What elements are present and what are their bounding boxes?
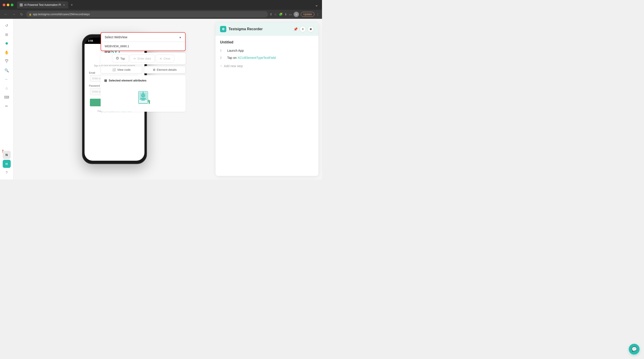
enter-data-button[interactable]: ✏ Enter data [130,55,155,63]
user-avatar: U [294,12,299,17]
email-label: Email [89,71,95,74]
add-step-label: Add new step [224,64,243,68]
password-label: Password [89,84,100,87]
clear-label: Clear [164,57,170,60]
download-button[interactable]: ⬇ [284,13,287,16]
sidebar-pen-icon[interactable]: ✏ [3,102,11,110]
sidebar-home-icon[interactable]: ⌂ [3,84,11,92]
sidebar-help-icon[interactable]: ? [3,169,11,177]
bookmark-button[interactable]: ☆ [274,13,277,16]
recorder-actions: 📌 ⏸ ⏹ [294,26,314,32]
svg-point-4 [141,94,145,97]
svg-point-8 [143,92,144,93]
tab-title: AI Powered Test Automation Pl [24,3,61,7]
browser-chrome: T AI Powered Test Automation Pl ✕ + ⌄ [0,0,322,10]
step-1-text: Launch App [227,49,244,52]
back-button[interactable]: ← [3,12,9,17]
close-dot[interactable] [3,4,5,6]
forward-button[interactable]: → [11,12,17,17]
new-tab-button[interactable]: + [69,2,75,8]
add-step-icon: + [220,64,222,68]
active-tab[interactable]: T AI Powered Test Automation Pl ✕ [17,1,68,9]
secondary-actions: ⬜ View code ⊞ Element details [100,66,186,73]
element-illustration [104,86,182,108]
navigation-bar: ← → ↻ 🔒 app.testsigma.com/ui/td/cases/29… [0,10,322,19]
pause-button[interactable]: ⏸ [300,26,306,32]
step-2-text: Tap on XCUIElementTypeTextField [227,56,276,60]
tap-icon [116,57,119,61]
step-2-number: 2 [220,56,224,59]
view-code-icon: ⬜ [112,68,116,71]
maximize-dot[interactable] [11,4,14,6]
address-bar[interactable]: 🔒 app.testsigma.com/ui/td/cases/294/reco… [26,11,268,18]
step-1: 1 Launch App [220,49,314,52]
sidebar-back-icon[interactable]: ← [3,75,11,83]
menu-button[interactable]: ⋮ [316,13,319,16]
webview-dropdown: Select WebView ▲ WEBVIEW_6890.1 [100,32,186,51]
sidebar-antenna-icon[interactable] [3,57,11,65]
recorder-title: ⚙ Testsigma Recorder [220,26,263,32]
enter-data-icon: ✏ [134,57,136,61]
clear-icon: ✕ [160,57,162,61]
svg-point-14 [148,100,149,102]
step-2: 2 Tap on XCUIElementTypeTextField [220,56,314,60]
element-details-label: Element details [157,68,177,71]
sidebar-search-icon[interactable]: 🔍 [3,66,11,74]
n-badge[interactable]: N [3,151,11,159]
stop-button[interactable]: ⏹ [308,26,314,32]
sidebar-refresh-icon[interactable]: ↺ [3,22,11,30]
share-button[interactable]: ⬆ [270,13,272,16]
element-card-icon: ▤ [104,79,107,82]
step-2-highlight: XCUIElementTypeTextField [238,56,276,60]
phone-time: 2:56 [88,39,93,42]
dropdown-label: Select WebView [105,35,127,39]
robot-illustration [132,87,154,107]
sidebar-record-icon[interactable]: ⏺ [3,39,11,48]
svg-rect-9 [141,98,145,101]
tab-bar: T AI Powered Test Automation Pl ✕ + [17,1,297,9]
add-step-button[interactable]: + Add new step [220,63,314,69]
reader-view-button[interactable]: ▭ [289,13,292,16]
update-button[interactable]: Update [301,12,314,17]
element-details-button[interactable]: ⊞ Element details [144,66,186,73]
left-sidebar: ↺ ⊞ ⏺ ✋ 🔍 ← ⌂ ⌨ ✏ ↗ N H ? [0,19,14,180]
center-panel: Select WebView ▲ WEBVIEW_6890.1 Tap [100,32,186,112]
enter-data-label: Enter data [138,57,151,60]
tab-favicon: T [20,3,23,7]
element-attributes-card: ▤ Selected element attributes [100,75,186,112]
extensions-button[interactable]: 🧩 [279,13,283,16]
window-minimize-button[interactable]: ⌄ [314,2,319,8]
window-controls [3,4,14,6]
main-content: ↺ ⊞ ⏺ ✋ 🔍 ← ⌂ ⌨ ✏ ↗ N H ? [0,19,322,180]
svg-point-5 [142,95,143,96]
dropdown-header[interactable]: Select WebView ▲ [101,33,185,42]
element-details-icon: ⊞ [153,68,156,71]
clear-button[interactable]: ✕ Clear [156,55,174,63]
phone-area: 2:56 SOS 🔋 livSYT™ Sign in Sign in to yo… [14,19,216,180]
nav-actions: ⬆ ☆ 🧩 ⬇ ▭ U Update ⋮ [270,12,319,17]
reload-button[interactable]: ↻ [19,12,24,18]
sidebar-dashboard-icon[interactable]: ⊞ [3,31,11,39]
svg-point-6 [143,95,144,96]
view-code-label: View code [117,68,130,71]
recorder-header: ⚙ Testsigma Recorder 📌 ⏸ ⏹ [216,22,318,36]
tap-button[interactable]: Tap [112,55,129,63]
step-1-number: 1 [220,49,224,52]
recorder-gear-icon: ⚙ [220,26,226,32]
dropdown-item-webview[interactable]: WEBVIEW_6890.1 [101,42,185,51]
view-code-button[interactable]: ⬜ View code [100,66,142,73]
sidebar-gesture-icon[interactable]: ✋ [3,48,11,56]
pin-button[interactable]: 📌 [294,27,298,31]
tap-label: Tap [120,57,125,60]
h-indicator[interactable]: H [3,160,11,168]
minimize-dot[interactable] [7,4,10,6]
chevron-up-icon: ▲ [179,36,182,39]
sidebar-keyboard-icon[interactable]: ⌨ [3,93,11,101]
tab-close-button[interactable]: ✕ [62,3,66,7]
element-card-title: ▤ Selected element attributes [104,79,182,82]
recorder-project-title: Untitled [220,40,314,44]
url-text: app.testsigma.com/ui/td/cases/294/record… [33,13,90,16]
recorder-body: Untitled 1 Launch App 2 Tap on XCUIEleme… [216,36,318,176]
ssl-icon: 🔒 [29,13,32,16]
action-buttons-row: Tap ✏ Enter data ✕ Clear [100,53,186,64]
